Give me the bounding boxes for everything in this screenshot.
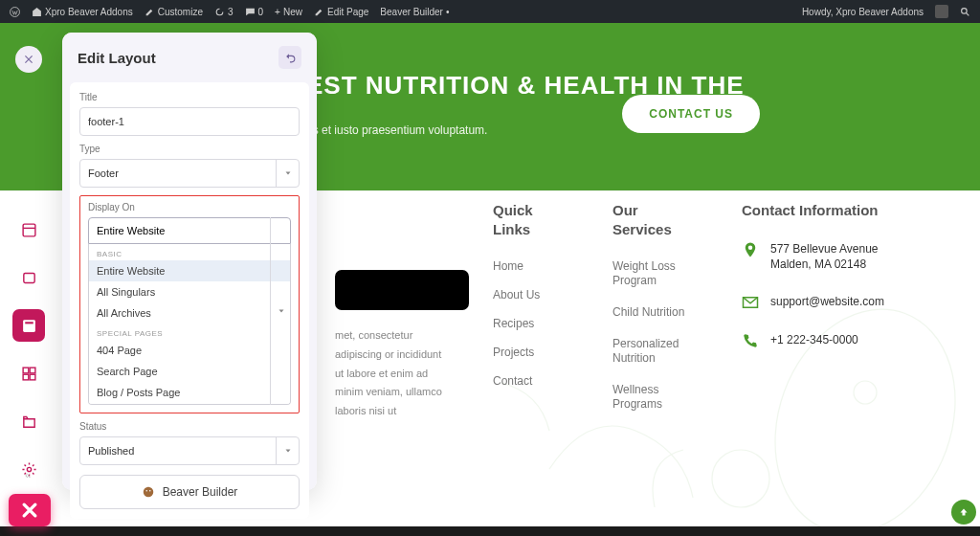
footer-link[interactable]: Wellness Programs <box>612 383 699 412</box>
dropdown-option[interactable]: 404 Page <box>89 340 290 361</box>
svg-point-1 <box>962 8 968 13</box>
type-select[interactable]: Footer <box>79 159 300 188</box>
contact-email[interactable]: support@website.com <box>770 294 884 310</box>
wp-admin-bar: Xpro Beaver Addons Customize 3 0 + New E… <box>0 0 980 23</box>
display-on-input[interactable]: Entire Website <box>88 217 291 244</box>
status-select[interactable]: Published <box>79 436 300 465</box>
footer-link[interactable]: Child Nutrition <box>612 305 699 320</box>
display-on-label: Display On <box>88 202 291 212</box>
beaver-builder-button[interactable]: Beaver Builder <box>79 475 300 509</box>
chevron-down-icon <box>276 437 299 464</box>
dropdown-option[interactable]: All Archives <box>89 302 290 324</box>
svg-point-15 <box>145 490 147 492</box>
svg-rect-8 <box>25 322 33 324</box>
dropdown-option[interactable]: All Singulars <box>89 281 290 302</box>
svg-rect-7 <box>23 320 35 332</box>
tool-rail <box>10 38 48 485</box>
contact-phone[interactable]: +1 222-345-0000 <box>770 332 858 348</box>
wp-logo[interactable] <box>10 7 20 17</box>
mail-icon <box>742 294 759 311</box>
scroll-top-button[interactable] <box>951 500 976 525</box>
display-on-dropdown: BASIC Entire Website All Singulars All A… <box>88 244 291 405</box>
footer-link[interactable]: Recipes <box>493 317 569 330</box>
undo-button[interactable] <box>278 46 301 69</box>
contact-us-button[interactable]: CONTACT US <box>622 95 760 133</box>
status-label: Status <box>79 421 300 432</box>
rail-templates-icon[interactable] <box>12 213 45 246</box>
svg-rect-12 <box>30 374 35 380</box>
footer-copyright <box>0 526 980 536</box>
edit-layout-panel: Edit Layout Title Type Footer Display On… <box>62 33 317 490</box>
beaver-builder-link[interactable]: Beaver Builder • <box>380 7 449 17</box>
search-admin-icon[interactable] <box>960 7 970 17</box>
svg-point-4 <box>712 450 769 507</box>
avatar-mini[interactable] <box>935 5 948 18</box>
svg-point-14 <box>143 487 153 498</box>
footer-link[interactable]: Home <box>493 259 569 273</box>
collapse-handle[interactable]: « <box>25 469 31 480</box>
quick-links-heading: Quick Links <box>493 201 569 238</box>
rail-layouts-icon[interactable] <box>12 309 45 342</box>
updates-link[interactable]: 3 <box>214 7 234 17</box>
about-text: met, consectetur adipiscing or incididun… <box>335 326 450 421</box>
svg-rect-11 <box>23 374 29 380</box>
dropdown-option[interactable]: Search Page <box>89 361 290 382</box>
rail-modules-icon[interactable] <box>12 357 45 390</box>
type-label: Type <box>79 144 300 154</box>
svg-rect-6 <box>23 273 33 282</box>
edit-page-link[interactable]: Edit Page <box>314 7 368 17</box>
dropdown-option[interactable]: Blog / Posts Page <box>89 382 290 403</box>
customize-link[interactable]: Customize <box>145 7 203 17</box>
contact-address: 577 Bellevue AvenueMalden, MA 02148 <box>770 241 879 274</box>
rail-media-icon[interactable] <box>12 405 45 437</box>
panel-title: Edit Layout <box>78 50 156 66</box>
chevron-down-icon <box>276 160 299 187</box>
new-link[interactable]: + New <box>275 7 302 17</box>
howdy[interactable]: Howdy, Xpro Beaver Addons <box>802 7 924 17</box>
dropdown-group-label: BASIC <box>89 244 290 260</box>
contact-heading: Contact Information <box>742 201 904 220</box>
app-store-badge[interactable] <box>335 270 469 310</box>
dropdown-option[interactable]: Entire Website <box>89 260 290 281</box>
footer-link[interactable]: Contact <box>493 374 569 388</box>
site-name[interactable]: Xpro Beaver Addons <box>32 7 133 17</box>
comments-link[interactable]: 0 <box>245 7 264 17</box>
phone-icon <box>742 332 759 349</box>
dropdown-group-label: SPECIAL PAGES <box>89 324 290 340</box>
xpro-fab-button[interactable] <box>9 494 51 526</box>
display-on-section: Display On Entire Website BASIC Entire W… <box>79 195 300 413</box>
title-input[interactable] <box>79 107 300 136</box>
footer-link[interactable]: About Us <box>493 288 569 302</box>
svg-rect-10 <box>30 368 35 373</box>
close-panel-button[interactable] <box>15 46 42 73</box>
footer-link[interactable]: Weight Loss Program <box>612 259 699 288</box>
svg-rect-9 <box>23 368 29 373</box>
footer-link[interactable]: Projects <box>493 346 569 359</box>
footer-link[interactable]: Personalized Nutrition <box>612 337 699 366</box>
svg-rect-5 <box>23 224 35 236</box>
services-heading: Our Services <box>612 201 699 238</box>
title-label: Title <box>79 92 300 102</box>
map-pin-icon <box>742 241 759 258</box>
beaver-icon <box>142 485 155 499</box>
svg-point-16 <box>149 490 151 492</box>
chevron-down-icon <box>270 217 291 405</box>
dropdown-option[interactable]: Front Page <box>89 403 290 405</box>
rail-saved-icon[interactable] <box>12 261 45 294</box>
